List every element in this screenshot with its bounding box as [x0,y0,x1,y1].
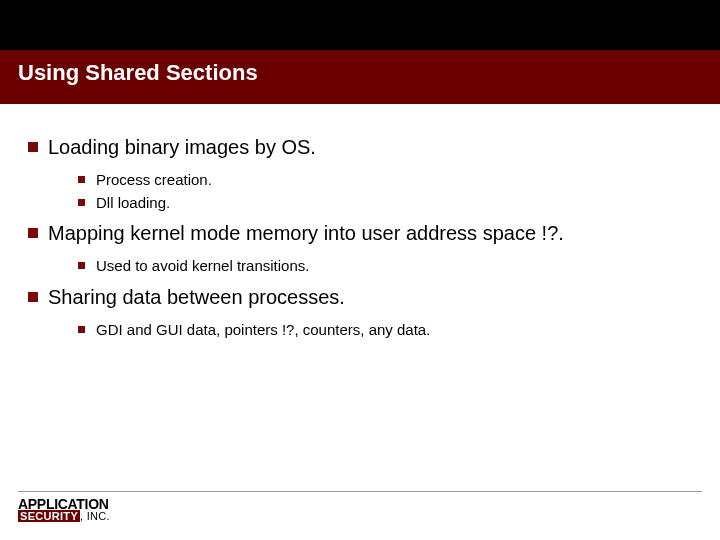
list-item: Mapping kernel mode memory into user add… [20,220,700,278]
footer: APPLICATION SECURITY, INC. [18,491,702,524]
sub-bullet-text: Used to avoid kernel transitions. [96,257,309,274]
bullet-text: Sharing data between processes. [48,286,345,308]
list-item: Loading binary images by OS. Process cre… [20,134,700,214]
sub-bullet-text: Process creation. [96,171,212,188]
list-item: Process creation. [48,169,700,192]
footer-divider [18,491,702,492]
bullet-text: Loading binary images by OS. [48,136,316,158]
company-logo: APPLICATION SECURITY, INC. [18,498,110,522]
logo-bottom-text: SECURITY, INC. [18,511,110,521]
slide-title: Using Shared Sections [18,60,258,86]
list-item: Dll loading. [48,192,700,215]
list-item: Sharing data between processes. GDI and … [20,284,700,342]
sub-list: Used to avoid kernel transitions. [48,255,700,278]
logo-top-text: APPLICATION [18,498,110,511]
list-item: GDI and GUI data, pointers !?, counters,… [48,319,700,342]
sub-list: Process creation. Dll loading. [48,169,700,214]
logo-inc-text: , INC. [80,510,110,522]
bullet-list: Loading binary images by OS. Process cre… [20,134,700,341]
sub-list: GDI and GUI data, pointers !?, counters,… [48,319,700,342]
slide-content: Loading binary images by OS. Process cre… [0,104,720,341]
sub-bullet-text: GDI and GUI data, pointers !?, counters,… [96,321,430,338]
logo-security-text: SECURITY [18,510,80,522]
bullet-text: Mapping kernel mode memory into user add… [48,222,564,244]
list-item: Used to avoid kernel transitions. [48,255,700,278]
title-band: Using Shared Sections [0,0,720,104]
sub-bullet-text: Dll loading. [96,194,170,211]
